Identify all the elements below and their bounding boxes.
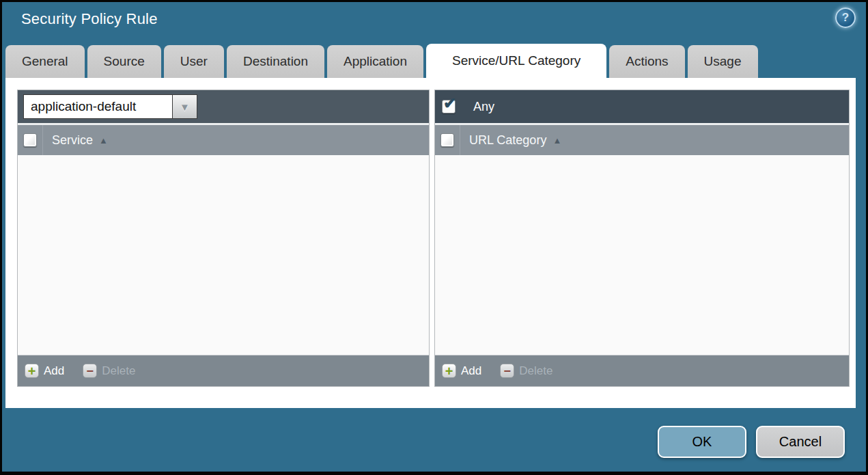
tab-general[interactable]: General <box>5 45 85 78</box>
sort-ascending-icon: ▲ <box>552 135 561 146</box>
service-column-header[interactable]: Service ▲ <box>52 133 108 148</box>
service-panel-toolbar: ▼ <box>18 90 429 123</box>
tab-destination[interactable]: Destination <box>227 45 324 78</box>
service-table-body <box>18 155 429 355</box>
service-delete-label: Delete <box>102 364 135 378</box>
url-category-panel-footer: + Add − Delete <box>435 355 849 386</box>
service-table-header: ✔ Service ▲ <box>18 125 429 155</box>
service-delete-button[interactable]: − Delete <box>83 364 135 378</box>
tab-bar: General Source User Destination Applicat… <box>5 44 758 78</box>
tab-content-area: ▼ ✔ Service ▲ + Add <box>5 78 856 408</box>
help-icon[interactable]: ? <box>835 8 856 28</box>
delete-icon: − <box>500 364 514 378</box>
url-category-panel-toolbar: ✔ Any <box>435 90 849 123</box>
any-checkbox[interactable]: ✔ <box>442 100 456 113</box>
service-add-label: Add <box>44 364 64 378</box>
url-category-delete-button[interactable]: − Delete <box>500 364 552 378</box>
url-category-panel: ✔ Any ✔ URL Category ▲ + <box>434 90 850 387</box>
delete-icon: − <box>83 364 97 378</box>
service-select-all-checkbox[interactable]: ✔ <box>23 133 37 147</box>
service-select-all-cell: ✔ <box>18 125 43 155</box>
tab-application[interactable]: Application <box>327 45 423 78</box>
dialog-title: Security Policy Rule <box>21 10 158 28</box>
service-panel: ▼ ✔ Service ▲ + Add <box>17 90 430 387</box>
url-category-table-body <box>435 155 849 355</box>
service-column-label: Service <box>52 133 93 148</box>
tab-usage[interactable]: Usage <box>688 45 758 78</box>
url-category-delete-label: Delete <box>519 364 552 378</box>
service-add-button[interactable]: + Add <box>25 364 64 378</box>
tab-source[interactable]: Source <box>87 45 161 78</box>
tab-service-url-category[interactable]: Service/URL Category <box>426 44 606 78</box>
tab-actions[interactable]: Actions <box>609 45 684 78</box>
service-type-combobox: ▼ <box>23 94 197 119</box>
cancel-button[interactable]: Cancel <box>756 426 845 458</box>
chevron-down-icon: ▼ <box>180 101 190 113</box>
security-policy-rule-dialog: Security Policy Rule ? General Source Us… <box>0 0 868 475</box>
service-type-input[interactable] <box>23 94 172 119</box>
tab-user[interactable]: User <box>164 45 224 78</box>
service-type-dropdown-button[interactable]: ▼ <box>172 94 197 119</box>
url-category-add-button[interactable]: + Add <box>442 364 481 378</box>
url-category-column-header[interactable]: URL Category ▲ <box>469 133 561 148</box>
checkmark-icon: ✔ <box>443 94 456 113</box>
service-panel-footer: + Add − Delete <box>18 355 429 386</box>
sort-ascending-icon: ▲ <box>99 135 108 146</box>
url-category-select-all-cell: ✔ <box>435 125 460 155</box>
url-category-add-label: Add <box>461 364 481 378</box>
url-category-table-header: ✔ URL Category ▲ <box>435 125 849 155</box>
add-icon: + <box>442 364 456 378</box>
ok-button[interactable]: OK <box>658 426 746 458</box>
url-category-column-label: URL Category <box>469 133 546 148</box>
add-icon: + <box>25 364 39 378</box>
url-category-select-all-checkbox[interactable]: ✔ <box>440 133 454 147</box>
any-label: Any <box>473 100 494 114</box>
